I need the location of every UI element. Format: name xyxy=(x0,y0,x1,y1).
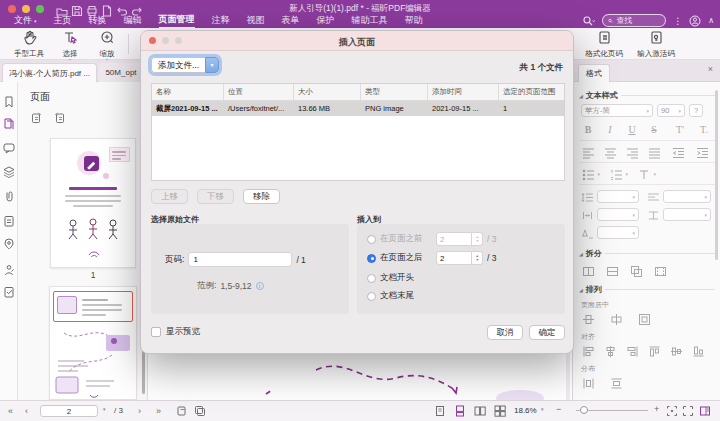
strikethrough-button[interactable]: S xyxy=(647,124,661,135)
hand-tool-button[interactable]: 手型工具 xyxy=(7,30,51,59)
text-case-icon[interactable]: ▾ xyxy=(638,167,651,180)
menu-edit[interactable]: 编辑 xyxy=(124,13,142,28)
doc-end-radio[interactable] xyxy=(367,292,376,301)
char-spacing-select[interactable]: ▾ xyxy=(597,208,639,221)
font-family-select[interactable]: 苹方-简▾ xyxy=(581,104,653,117)
menu-convert[interactable]: 转换 xyxy=(89,13,107,28)
zoom-in-icon[interactable]: + xyxy=(654,404,659,414)
search-box[interactable] xyxy=(602,14,666,27)
page-range-input[interactable] xyxy=(189,253,291,266)
format-page-number-button[interactable]: 格式化页码 xyxy=(580,30,628,59)
close-panel-icon[interactable]: × xyxy=(708,64,713,74)
menu-comment[interactable]: 注释 xyxy=(212,13,230,28)
bold-button[interactable]: B xyxy=(581,124,595,135)
next-page-icon[interactable]: › xyxy=(138,406,141,416)
zoom-out-icon[interactable]: − xyxy=(556,404,561,414)
page-template-panel-icon[interactable] xyxy=(3,213,15,225)
menu-home[interactable]: 主页 xyxy=(54,13,72,28)
page-number-dropdown[interactable]: ▾ xyxy=(103,406,106,412)
subscript-button[interactable]: T. xyxy=(697,124,711,135)
single-page-view-icon[interactable] xyxy=(434,405,446,417)
insert-before-input[interactable] xyxy=(437,233,471,245)
insert-before-radio[interactable] xyxy=(367,235,376,244)
destinations-panel-icon[interactable] xyxy=(3,236,15,248)
cancel-button[interactable]: 取消 xyxy=(487,325,523,340)
selected-annotation-outline[interactable] xyxy=(53,291,133,322)
stepper-arrows-icon[interactable]: ▴▾ xyxy=(472,232,483,246)
rotate-page-left-icon[interactable] xyxy=(30,110,42,122)
page-range-field[interactable] xyxy=(188,252,292,267)
split-vertical-icon[interactable] xyxy=(582,264,595,277)
line-spacing-select[interactable]: ▾ xyxy=(597,190,639,203)
align-justify-icon[interactable] xyxy=(648,145,661,158)
move-down-button[interactable]: 下移 xyxy=(197,189,234,204)
stepper-arrows-icon[interactable]: ▴▾ xyxy=(472,251,483,265)
document-tab-2[interactable]: 50M_opt xyxy=(99,63,143,82)
duplicate-cells-icon[interactable] xyxy=(630,264,643,277)
zoom-level-label[interactable]: 18.6% xyxy=(514,406,537,415)
select-tool-button[interactable]: 选择 ▾ xyxy=(52,30,88,62)
menu-protect[interactable]: 保护 xyxy=(317,13,335,28)
format-panel-scrollbar[interactable] xyxy=(715,90,718,260)
first-page-icon[interactable]: « xyxy=(8,406,13,416)
insert-after-input[interactable] xyxy=(437,252,471,264)
align-center-icon[interactable] xyxy=(604,145,617,158)
move-up-button[interactable]: 上移 xyxy=(151,189,188,204)
insert-after-stepper[interactable]: ▴▾ xyxy=(436,251,483,265)
add-files-button[interactable]: 添加文件... ▼ xyxy=(151,57,219,73)
italic-button[interactable]: I xyxy=(603,124,617,135)
layers-panel-icon[interactable] xyxy=(3,164,15,176)
center-horizontally-icon[interactable] xyxy=(610,312,623,325)
next-view-icon[interactable] xyxy=(194,405,206,417)
insert-after-option[interactable]: 在页面之后 ▴▾ / 3 xyxy=(367,251,496,265)
format-tab[interactable]: 格式 xyxy=(578,64,610,82)
arrange-section-header[interactable]: ◢ 排列 xyxy=(579,284,715,295)
search-mode-icon[interactable] xyxy=(582,15,595,27)
panel-toggle-icon[interactable] xyxy=(699,405,711,417)
show-preview-option[interactable]: 显示预览 xyxy=(151,326,200,338)
insert-before-stepper[interactable]: ▴▾ xyxy=(436,232,483,246)
font-size-select[interactable]: 90▾ xyxy=(657,104,685,117)
page-number-input[interactable] xyxy=(41,406,97,416)
bullet-list-icon[interactable]: ▾ xyxy=(582,167,595,180)
superscript-button[interactable]: T' xyxy=(673,124,687,135)
align-left-icon[interactable] xyxy=(582,145,595,158)
last-page-icon[interactable]: » xyxy=(156,406,161,416)
ok-button[interactable]: 确定 xyxy=(529,325,565,340)
insert-before-option[interactable]: 在页面之前 ▴▾ / 3 xyxy=(367,232,496,246)
menu-page-management[interactable]: 页面管理 xyxy=(159,12,195,29)
previous-page-icon[interactable]: ‹ xyxy=(25,406,28,416)
zoom-slider-knob[interactable] xyxy=(580,406,588,414)
enter-activation-code-button[interactable]: 输入激活码 xyxy=(632,30,680,59)
underline-button[interactable]: U xyxy=(625,124,639,135)
doc-start-option[interactable]: 文档开头 xyxy=(367,272,414,284)
pages-panel-icon[interactable] xyxy=(3,116,15,128)
distribute-horizontally-icon[interactable] xyxy=(582,376,595,389)
column-header-page-range[interactable]: 选定的页面范围 xyxy=(499,84,564,100)
fit-width-icon[interactable] xyxy=(666,405,678,417)
fullscreen-icon[interactable] xyxy=(682,405,694,417)
split-horizontal-icon[interactable] xyxy=(606,264,619,277)
split-section-header[interactable]: ◢ 拆分 xyxy=(579,248,715,259)
zoom-level-dropdown[interactable]: ▾ xyxy=(541,406,544,412)
align-objects-vcenter-icon[interactable] xyxy=(670,344,683,357)
collapse-toolbar-icon[interactable]: ∧ xyxy=(708,16,714,25)
menu-form[interactable]: 表单 xyxy=(282,13,300,28)
align-objects-right-icon[interactable] xyxy=(626,344,639,357)
account-avatar[interactable] xyxy=(689,15,701,27)
paragraph-spacing-select[interactable]: ▾ xyxy=(663,190,711,203)
char-scale-select[interactable]: ▾ xyxy=(663,208,711,221)
signatures-panel-icon[interactable] xyxy=(3,262,15,274)
facing-view-icon[interactable] xyxy=(474,405,486,417)
doc-end-option[interactable]: 文档末尾 xyxy=(367,290,414,302)
merge-cells-icon[interactable] xyxy=(654,264,667,277)
column-header-name[interactable]: 名称 xyxy=(152,84,224,100)
align-objects-top-icon[interactable] xyxy=(648,344,661,357)
column-header-location[interactable]: 位置 xyxy=(224,84,294,100)
document-tab-active[interactable]: 冯小惠-个人简历.pdf ... xyxy=(2,63,97,82)
distribute-vertically-icon[interactable] xyxy=(610,376,623,389)
bookmarks-panel-icon[interactable] xyxy=(3,94,15,106)
search-input[interactable] xyxy=(616,16,660,25)
decrease-indent-icon[interactable] xyxy=(672,145,685,158)
continuous-view-icon[interactable] xyxy=(454,405,466,417)
